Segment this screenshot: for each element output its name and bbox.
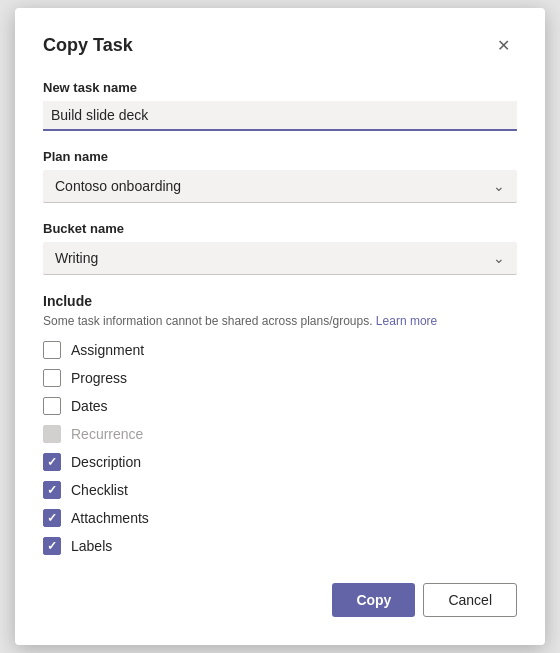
checkbox-label-checklist: Checklist xyxy=(71,482,128,498)
checkbox-item-checklist[interactable]: ✓ Checklist xyxy=(43,481,517,499)
bucket-name-label: Bucket name xyxy=(43,221,517,236)
checkbox-item-progress[interactable]: Progress xyxy=(43,369,517,387)
checkmark-labels: ✓ xyxy=(47,540,57,552)
checkbox-list: Assignment Progress Dates Recurrence ✓ xyxy=(43,341,517,555)
plan-name-value: Contoso onboarding xyxy=(55,178,181,194)
checkbox-item-recurrence: Recurrence xyxy=(43,425,517,443)
dialog-overlay: Copy Task ✕ New task name Plan name Cont… xyxy=(0,0,560,653)
checkbox-checklist[interactable]: ✓ xyxy=(43,481,61,499)
cancel-button[interactable]: Cancel xyxy=(423,583,517,617)
bucket-name-select[interactable]: Writing ⌄ xyxy=(43,242,517,275)
checkmark-attachments: ✓ xyxy=(47,512,57,524)
checkbox-recurrence xyxy=(43,425,61,443)
checkmark-description: ✓ xyxy=(47,456,57,468)
checkbox-assignment[interactable] xyxy=(43,341,61,359)
checkbox-item-labels[interactable]: ✓ Labels xyxy=(43,537,517,555)
plan-name-field-group: Plan name Contoso onboarding ⌄ xyxy=(43,149,517,203)
checkmark-checklist: ✓ xyxy=(47,484,57,496)
checkbox-label-recurrence: Recurrence xyxy=(71,426,143,442)
include-note: Some task information cannot be shared a… xyxy=(43,313,517,330)
copy-task-dialog: Copy Task ✕ New task name Plan name Cont… xyxy=(15,8,545,646)
dialog-header: Copy Task ✕ xyxy=(43,32,517,60)
copy-button[interactable]: Copy xyxy=(332,583,415,617)
bucket-name-field-group: Bucket name Writing ⌄ xyxy=(43,221,517,275)
task-name-label: New task name xyxy=(43,80,517,95)
task-name-field-group: New task name xyxy=(43,80,517,131)
plan-name-chevron-icon: ⌄ xyxy=(493,178,505,194)
include-section: Include Some task information cannot be … xyxy=(43,293,517,556)
checkbox-label-assignment: Assignment xyxy=(71,342,144,358)
bucket-name-value: Writing xyxy=(55,250,98,266)
dialog-footer: Copy Cancel xyxy=(43,583,517,617)
checkbox-item-description[interactable]: ✓ Description xyxy=(43,453,517,471)
task-name-input[interactable] xyxy=(43,101,517,131)
checkbox-labels[interactable]: ✓ xyxy=(43,537,61,555)
checkbox-label-labels: Labels xyxy=(71,538,112,554)
checkbox-label-attachments: Attachments xyxy=(71,510,149,526)
checkbox-label-description: Description xyxy=(71,454,141,470)
checkbox-label-dates: Dates xyxy=(71,398,108,414)
dialog-title: Copy Task xyxy=(43,35,133,56)
checkbox-attachments[interactable]: ✓ xyxy=(43,509,61,527)
checkbox-item-assignment[interactable]: Assignment xyxy=(43,341,517,359)
checkbox-dates[interactable] xyxy=(43,397,61,415)
checkbox-item-attachments[interactable]: ✓ Attachments xyxy=(43,509,517,527)
checkbox-progress[interactable] xyxy=(43,369,61,387)
close-button[interactable]: ✕ xyxy=(489,32,517,60)
plan-name-select[interactable]: Contoso onboarding ⌄ xyxy=(43,170,517,203)
checkbox-item-dates[interactable]: Dates xyxy=(43,397,517,415)
include-label: Include xyxy=(43,293,517,309)
checkbox-description[interactable]: ✓ xyxy=(43,453,61,471)
learn-more-link[interactable]: Learn more xyxy=(376,314,437,328)
checkbox-label-progress: Progress xyxy=(71,370,127,386)
bucket-name-chevron-icon: ⌄ xyxy=(493,250,505,266)
plan-name-label: Plan name xyxy=(43,149,517,164)
